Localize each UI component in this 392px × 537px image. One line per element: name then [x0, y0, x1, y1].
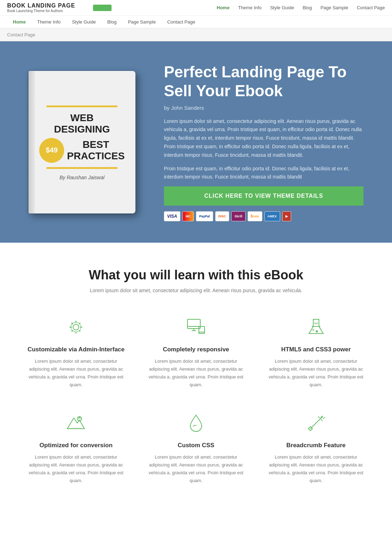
feature-title-2: Completely responsive [145, 346, 247, 353]
site-title: BOOK LANDING PAGE [7, 2, 75, 9]
svg-text:SA: SA [314, 322, 318, 325]
payment-amex: AMEX [264, 211, 280, 221]
breadcrumb: Contact Page [0, 29, 392, 41]
hero-content: Perfect Landing Page To Sell Your Ebook … [164, 63, 363, 221]
top-nav-home[interactable]: Home [217, 5, 229, 10]
top-nav-theme-info[interactable]: Theme Info [238, 5, 262, 10]
book-title-line4: PRACTICES [67, 150, 125, 162]
feature-desc-2: Lorem ipsum dolor sit amet, consectetur … [145, 357, 247, 389]
book-cover-container: WEB DESIGNING $49 BEST PRACTICES By Raus… [29, 71, 143, 213]
feature-title-5: Custom CSS [145, 442, 247, 449]
feature-item-html5: SA HTML5 and CSS3 power Lorem ipsum dolo… [261, 311, 371, 392]
hero-desc1: Lorem ipsum dolor sit amet, consectetur … [164, 117, 363, 160]
payment-paypal: PayPal [196, 211, 213, 221]
drop-icon [184, 411, 208, 435]
feature-title-3: HTML5 and CSS3 power [265, 346, 367, 353]
sec-nav-theme-info[interactable]: Theme Info [31, 15, 66, 28]
top-nav-style-guide[interactable]: Style Guide [270, 5, 294, 10]
hero-desc2: Proin tristique est quam, in efficitur o… [164, 165, 363, 182]
svg-point-0 [73, 324, 79, 330]
site-logo: BOOK LANDING PAGE Book Launching Theme f… [7, 2, 75, 13]
feature-desc-3: Lorem ipsum dolor sit amet, consectetur … [265, 357, 367, 389]
feature-item-customizable: Customizable via Admin-Interface Lorem i… [21, 311, 131, 392]
feature-item-responsive: Completely responsive Lorem ipsum dolor … [141, 311, 251, 392]
book-price-badge: $49 [39, 138, 64, 163]
book-cover: WEB DESIGNING $49 BEST PRACTICES By Raus… [29, 71, 135, 213]
book-title-line2: DESIGNING [54, 124, 110, 135]
feature-desc-4: Lorem ipsum dolor sit amet, consectetur … [25, 453, 127, 485]
sec-nav-style-guide[interactable]: Style Guide [66, 15, 102, 28]
wand-icon [304, 411, 329, 435]
svg-line-14 [310, 419, 320, 429]
svg-point-10 [313, 329, 314, 331]
sec-nav-contact[interactable]: Contact Page [161, 15, 201, 28]
top-nav-contact[interactable]: Contact Page [357, 5, 385, 10]
flask-icon: SA [304, 315, 329, 340]
feature-item-conversion: Optimized for conversion Lorem ipsum dol… [21, 407, 131, 488]
payment-visa: VISA [164, 211, 180, 221]
feature-desc-5: Lorem ipsum dolor sit amet, consectetur … [145, 453, 247, 485]
features-title: What you will learn with this eBook [21, 268, 371, 283]
book-title-line1: WEB [70, 112, 93, 124]
feature-title-4: Optimized for conversion [25, 442, 127, 449]
hero-cta-button[interactable]: CLICK HERE TO VIEW THEME DETAILS [164, 186, 363, 206]
feature-desc-6: Lorem ipsum dolor sit amet, consectetur … [265, 453, 367, 485]
top-nav-page-sample[interactable]: Page Sample [320, 5, 348, 10]
feature-title-1: Customizable via Admin-Interface [25, 346, 127, 353]
features-section: What you will learn with this eBook Lore… [0, 243, 392, 506]
payment-icons-row: VISA MC PayPal DISC Skrill ₿coin AMEX ▶ [164, 211, 363, 221]
hero-by-author: by John Sanders [164, 105, 363, 111]
payment-skrill: Skrill [231, 211, 246, 221]
sec-nav-page-sample[interactable]: Page Sample [122, 15, 161, 28]
svg-rect-2 [187, 319, 200, 329]
features-grid: Customizable via Admin-Interface Lorem i… [21, 311, 371, 488]
book-author: By Raushan Jaiswal [60, 175, 104, 180]
hero-section: WEB DESIGNING $49 BEST PRACTICES By Raus… [0, 41, 392, 243]
green-bar-decoration [93, 5, 112, 11]
payment-bitcoin: ₿coin [248, 211, 262, 221]
feature-item-breadcrumb: Breadcrumb Feature Lorem ipsum dolor sit… [261, 407, 371, 488]
feature-title-6: Breadcrumb Feature [265, 442, 367, 449]
svg-line-16 [318, 417, 320, 418]
mountain-icon [63, 411, 88, 435]
hero-title: Perfect Landing Page To Sell Your Ebook [164, 63, 363, 100]
top-nav-links: Home Theme Info Style Guide Blog Page Sa… [126, 5, 385, 10]
gear-icon [63, 315, 88, 340]
features-subtitle: Lorem ipsum dolor sit amet, consectetur … [21, 288, 371, 293]
svg-point-11 [316, 330, 318, 332]
payment-mastercard: MC [182, 211, 194, 221]
secondary-navigation: Home Theme Info Style Guide Blog Page Sa… [0, 16, 392, 29]
book-decoration-line-top [46, 105, 118, 107]
svg-line-17 [321, 419, 323, 421]
top-navigation: BOOK LANDING PAGE Book Launching Theme f… [0, 0, 392, 16]
monitor-icon [184, 315, 208, 340]
feature-item-css: Custom CSS Lorem ipsum dolor sit amet, c… [141, 407, 251, 488]
breadcrumb-path: Contact Page [7, 32, 35, 37]
payment-discover: DISC [215, 211, 229, 221]
site-subtitle: Book Launching Theme for Authors [7, 9, 75, 13]
payment-other: ▶ [282, 211, 291, 221]
sec-nav-home[interactable]: Home [7, 15, 31, 28]
svg-line-19 [323, 417, 325, 419]
sec-nav-blog[interactable]: Blog [102, 15, 122, 28]
book-title-line3: BEST [67, 139, 125, 150]
top-nav-blog[interactable]: Blog [303, 5, 312, 10]
book-decoration-line-bottom [46, 167, 118, 169]
feature-desc-1: Lorem ipsum dolor sit amet, consectetur … [25, 357, 127, 389]
